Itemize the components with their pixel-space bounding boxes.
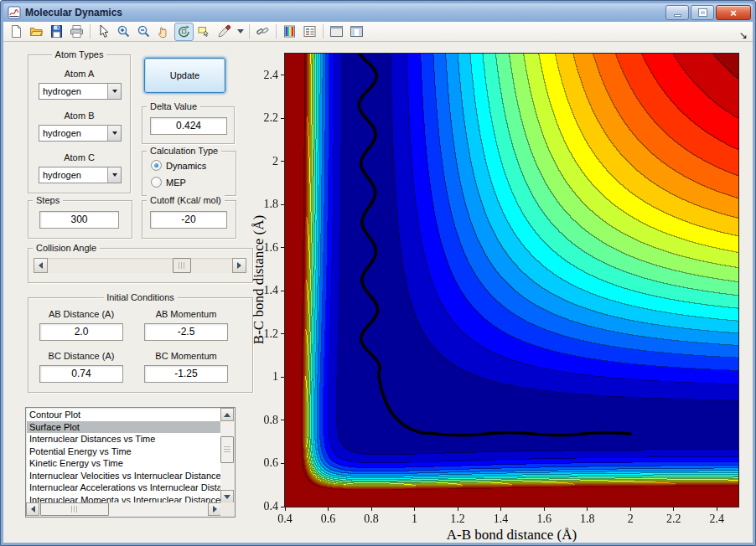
down-arrow-icon xyxy=(224,495,230,499)
scroll-left-button[interactable] xyxy=(26,502,39,516)
list-item[interactable]: Internuclear Velocities vs Internuclear … xyxy=(27,470,220,482)
scroll-down-button[interactable] xyxy=(220,490,234,503)
slider-right-arrow-button[interactable] xyxy=(232,258,246,273)
list-item[interactable]: Internuclear Momenta vs Internuclear Dis… xyxy=(27,494,220,503)
radio-label: Dynamics xyxy=(166,161,206,171)
list-item[interactable]: Internuclear Distances vs Time xyxy=(27,433,220,446)
y-tick-mark xyxy=(281,291,284,291)
ab-momentum-field[interactable]: -2.5 xyxy=(144,323,228,341)
show-plot-tools-icon xyxy=(350,24,364,39)
slider-thumb[interactable] xyxy=(173,258,191,273)
left-arrow-icon xyxy=(39,262,43,269)
combo-arrow-button[interactable] xyxy=(107,84,121,99)
minimize-button[interactable] xyxy=(665,5,689,20)
show-plot-tools-button[interactable] xyxy=(347,23,366,41)
atom-c-select[interactable]: hydrogen xyxy=(39,167,122,183)
panel-title: Delta Value xyxy=(147,101,200,111)
toolbar-separator xyxy=(276,24,277,39)
scroll-up-button[interactable] xyxy=(220,408,234,421)
slider-track[interactable] xyxy=(34,258,246,273)
y-tick-mark xyxy=(281,333,284,334)
horizontal-scroll-thumb[interactable] xyxy=(40,502,109,516)
slider-left-arrow-button[interactable] xyxy=(34,258,48,273)
combo-arrow-button[interactable] xyxy=(107,167,121,183)
list-item[interactable]: Contour Plot xyxy=(27,409,220,421)
atom-a-label: Atom A xyxy=(28,69,130,79)
down-arrow-icon xyxy=(112,90,117,95)
combo-arrow-button[interactable] xyxy=(107,126,121,141)
cutoff-field[interactable]: -20 xyxy=(150,211,227,229)
ab-distance-field[interactable]: 2.0 xyxy=(39,323,123,341)
pan-button[interactable] xyxy=(154,23,173,41)
y-tick-mark xyxy=(281,247,284,248)
bc-distance-label: BC Distance (A) xyxy=(35,351,127,361)
steps-field[interactable]: 300 xyxy=(39,211,119,229)
listbox-horizontal-scrollbar[interactable] xyxy=(26,502,221,517)
figure-window-icon xyxy=(8,6,21,19)
collision-angle-slider[interactable] xyxy=(34,258,246,273)
x-tick-label: 1.8 xyxy=(573,513,602,526)
vertical-scroll-thumb[interactable] xyxy=(220,436,234,463)
x-tick-mark xyxy=(500,507,501,511)
y-tick-label: 1 xyxy=(250,370,278,384)
save-figure-button[interactable] xyxy=(47,23,66,41)
list-item[interactable]: Internuclear Accelerations vs Internucle… xyxy=(27,482,220,494)
panel-title: Initial Conditions xyxy=(103,292,178,302)
y-tick-mark xyxy=(281,377,284,378)
client-area: Atom Types Atom A hydrogen Atom B hydrog… xyxy=(3,42,753,543)
x-tick-label: 2.2 xyxy=(660,513,688,526)
brush-dropdown-button[interactable] xyxy=(235,23,246,41)
update-button[interactable]: Update xyxy=(144,58,225,93)
contour-plot-canvas[interactable] xyxy=(285,54,738,507)
atom-b-select[interactable]: hydrogen xyxy=(39,125,122,142)
dock-figure-arrow[interactable]: ↘ xyxy=(739,30,748,40)
hide-plot-tools-button[interactable] xyxy=(327,23,346,41)
app-icon[interactable] xyxy=(8,6,21,19)
listbox-items: Contour PlotSurface PlotInternuclear Dis… xyxy=(27,409,220,502)
delta-value-field[interactable]: 0.424 xyxy=(150,117,227,135)
collision-angle-panel: Collision Angle xyxy=(28,248,253,283)
steps-panel: Steps 300 xyxy=(28,200,132,239)
new-figure-button[interactable] xyxy=(7,23,26,41)
rotate-3d-button[interactable] xyxy=(174,23,194,41)
y-axis-label: B-C bond distance (Å) xyxy=(251,215,267,344)
radio-option-dynamics[interactable]: Dynamics xyxy=(151,160,206,171)
toolbar-separator xyxy=(90,24,91,39)
x-tick-mark xyxy=(328,507,329,511)
link-plot-button[interactable] xyxy=(253,23,272,41)
atom-a-select[interactable]: hydrogen xyxy=(39,83,122,100)
bc-distance-field[interactable]: 0.74 xyxy=(39,365,123,383)
toolbar-separator xyxy=(249,24,250,39)
x-tick-label: 1.6 xyxy=(530,513,558,526)
maximize-icon xyxy=(699,9,707,16)
listbox-vertical-scrollbar[interactable] xyxy=(220,408,235,503)
list-item[interactable]: Surface Plot xyxy=(27,421,220,434)
list-item[interactable]: Potential Energy vs Time xyxy=(27,446,220,458)
y-tick-mark xyxy=(281,161,284,162)
scrollbar-corner xyxy=(220,502,235,517)
y-tick-mark xyxy=(281,507,284,507)
rotate-3d-icon xyxy=(177,24,191,39)
edit-plot-button[interactable] xyxy=(94,23,113,41)
print-figure-button[interactable] xyxy=(67,23,86,41)
open-file-button[interactable] xyxy=(27,23,46,41)
calculation-type-panel: Calculation Type Dynamics MEP xyxy=(142,151,236,196)
maximize-button[interactable] xyxy=(691,5,714,20)
zoom-in-button[interactable] xyxy=(114,23,133,41)
scroll-right-button[interactable] xyxy=(208,502,221,516)
plot-type-listbox[interactable]: Contour PlotSurface PlotInternuclear Dis… xyxy=(25,407,236,518)
title-bar[interactable]: Molecular Dynamics × xyxy=(3,3,753,22)
list-item[interactable]: Kinetic Energy vs Time xyxy=(27,457,220,470)
brush-data-button[interactable] xyxy=(215,23,234,41)
x-tick-mark xyxy=(673,507,674,511)
data-cursor-button[interactable] xyxy=(194,23,214,41)
insert-colorbar-button[interactable] xyxy=(280,23,299,41)
close-button[interactable]: × xyxy=(716,5,751,20)
radio-option-mep[interactable]: MEP xyxy=(151,177,186,188)
cutoff-panel: Cutoff (Kcal/ mol) -20 xyxy=(142,200,236,239)
y-tick-mark xyxy=(281,204,284,205)
insert-legend-button[interactable] xyxy=(300,23,319,41)
chain-link-icon xyxy=(256,24,270,39)
zoom-out-button[interactable] xyxy=(134,23,153,41)
bc-momentum-field[interactable]: -1.25 xyxy=(144,365,228,383)
